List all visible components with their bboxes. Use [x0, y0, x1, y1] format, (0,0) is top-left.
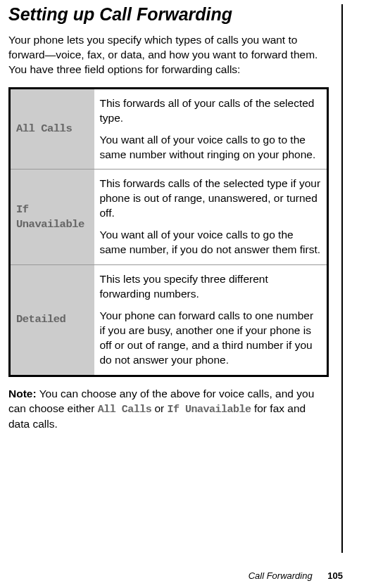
options-table: All Calls This forwards all of your call…: [8, 87, 329, 377]
option-desc-all-calls: This forwards all of your calls of the s…: [94, 88, 328, 170]
table-row: Detailed This lets you specify three dif…: [10, 265, 328, 376]
note-text: or: [151, 402, 167, 414]
intro-paragraph: Your phone lets you specify which types …: [8, 33, 329, 77]
note-paragraph: Note: You can choose any of the above fo…: [8, 387, 329, 432]
note-mono-all-calls: All Calls: [98, 404, 152, 416]
option-desc-detailed: This lets you specify three different fo…: [94, 265, 328, 376]
note-prefix: Note:: [8, 388, 37, 400]
footer-page-number: 105: [327, 570, 343, 581]
page: Setting up Call Forwarding Your phone le…: [0, 0, 371, 588]
option-label-all-calls: All Calls: [10, 88, 94, 170]
content-column: Setting up Call Forwarding Your phone le…: [8, 4, 343, 553]
option-desc-text: This forwards all of your calls of the s…: [100, 96, 322, 126]
footer-section-label: Call Forwarding: [249, 570, 313, 581]
page-heading: Setting up Call Forwarding: [8, 4, 329, 25]
option-label-detailed: Detailed: [10, 265, 94, 376]
option-desc-text: You want all of your voice calls to go t…: [100, 133, 322, 162]
note-mono-if-unavailable: If Unavailable: [168, 404, 251, 416]
option-desc-if-unavailable: This forwards calls of the selected type…: [94, 170, 328, 265]
option-desc-text: This lets you specify three different fo…: [100, 272, 322, 302]
option-desc-text: You want all of your voice calls to go t…: [100, 228, 322, 257]
table-row: All Calls This forwards all of your call…: [10, 88, 328, 170]
table-row: If Unavailable This forwards calls of th…: [10, 170, 328, 265]
option-desc-text: This forwards calls of the selected type…: [100, 177, 322, 221]
option-label-if-unavailable: If Unavailable: [10, 170, 94, 265]
page-footer: Call Forwarding 105: [249, 570, 343, 581]
option-desc-text: Your phone can forward calls to one numb…: [100, 309, 322, 368]
